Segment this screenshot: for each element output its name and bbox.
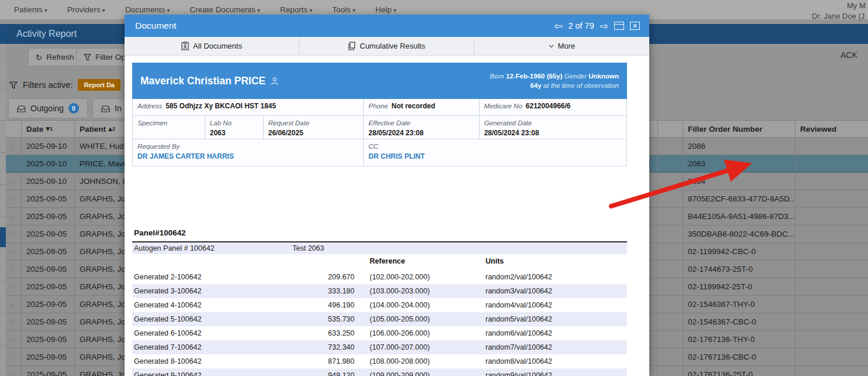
cell-reviewed xyxy=(795,366,868,376)
acknowledge-button[interactable]: ACK xyxy=(841,50,857,60)
results-header-row: Reference Units xyxy=(132,257,627,269)
menu-documents[interactable]: Documents▾ xyxy=(125,5,170,14)
cell-date: 2025-09-10 xyxy=(22,155,75,172)
cc-doctor-link[interactable]: DR CHRIS PLINT xyxy=(368,152,622,160)
document-content: Maverick Christian PRICE Born 12-Feb-196… xyxy=(125,56,641,376)
cell-reviewed xyxy=(795,243,868,260)
result-value: 333.180 xyxy=(296,287,354,295)
cell-spacer xyxy=(658,348,683,365)
phone-cell: PhoneNot recorded xyxy=(364,99,480,115)
cell-spacer xyxy=(658,261,683,278)
menu-reports[interactable]: Reports▾ xyxy=(280,5,312,14)
row-checkbox[interactable]: ✓ xyxy=(6,225,22,242)
cell-filler-order: 350DBAB6-8022-4C69-BDC... xyxy=(683,225,795,242)
next-document-button[interactable]: ⇨ xyxy=(600,20,608,32)
funnel-icon xyxy=(84,54,91,61)
chevron-down-icon: ▾ xyxy=(102,7,105,13)
result-test-name: Generated 2-100642 xyxy=(134,273,201,281)
cell-filler-order: 2063 xyxy=(683,155,795,172)
tab-all-documents[interactable]: All Documents xyxy=(125,37,299,55)
user-menu-label[interactable]: My M xyxy=(847,1,866,10)
page-title: Activity Report xyxy=(16,29,77,39)
person-icon[interactable] xyxy=(270,77,279,86)
menu-tools[interactable]: Tools▾ xyxy=(332,5,356,14)
row-checkbox[interactable]: ✓ xyxy=(6,278,22,295)
column-header-reviewed[interactable]: Reviewed xyxy=(795,121,868,137)
cell-filler-order: 02-1199942-CBC-0 xyxy=(683,243,795,260)
result-test-name: Generated 5-100642 xyxy=(134,315,201,323)
specimen-cell: Specimen xyxy=(133,116,205,139)
tray-icon xyxy=(17,105,26,112)
patient-demographics: Born 12-Feb-1960 (65y) Gender Unknown 64… xyxy=(478,71,619,90)
dialog-titlebar[interactable]: Document ⇦ 2 of 79 ⇨ ✕ xyxy=(125,15,649,37)
row-checkbox[interactable]: ✓ xyxy=(6,313,22,330)
row-checkbox[interactable]: ✓ xyxy=(6,331,22,348)
select-all-column[interactable] xyxy=(6,121,22,137)
cell-spacer xyxy=(658,208,683,225)
row-checkbox[interactable]: ✓ xyxy=(6,366,22,376)
chevron-down-icon: ▾ xyxy=(44,7,47,13)
result-reference-range: (108.000-208.000) xyxy=(370,357,430,365)
close-icon[interactable]: ✕ xyxy=(630,22,640,30)
active-filter-badge[interactable]: Report Da xyxy=(78,79,120,91)
menu-providers[interactable]: Providers▾ xyxy=(67,5,105,14)
result-reference-range: (106.000-206.000) xyxy=(370,329,430,337)
previous-document-button[interactable]: ⇦ xyxy=(554,20,562,32)
tab-cumulative-results[interactable]: Cumulative Results xyxy=(299,37,474,55)
result-test-name: Generated 3-100642 xyxy=(134,287,201,295)
cell-date: 2025-09-05 xyxy=(22,366,75,376)
popout-window-icon[interactable] xyxy=(614,22,624,30)
result-value: 949.120 xyxy=(296,371,354,376)
row-checkbox[interactable]: ✓ xyxy=(6,155,22,172)
row-checkbox[interactable]: ✓ xyxy=(6,243,22,260)
row-checkbox[interactable]: ✓ xyxy=(6,261,22,278)
menu-patients[interactable]: Patients▾ xyxy=(14,5,47,14)
result-value: 496.190 xyxy=(296,301,354,309)
result-test-name: Generated 9-100642 xyxy=(134,371,201,376)
tab-more[interactable]: More xyxy=(474,37,649,55)
tab-outgoing[interactable]: Outgoing 0 xyxy=(8,98,88,118)
cell-date: 2025-09-05 xyxy=(22,278,75,295)
result-units: random5/val/100642 xyxy=(485,315,552,323)
rail-accent-top xyxy=(0,24,6,44)
result-value: 535.730 xyxy=(296,315,354,323)
rail-selection-marker xyxy=(0,227,6,247)
cell-date: 2025-09-05 xyxy=(22,208,75,225)
cell-spacer xyxy=(658,331,683,348)
cell-date: 2025-09-05 xyxy=(22,190,75,207)
requested-by-cell: Requested ByDR JAMES CARTER HARRIS xyxy=(133,139,364,166)
menu-create-documents[interactable]: Create Documents▾ xyxy=(190,5,260,14)
column-header-date[interactable]: Date ▼1 xyxy=(22,121,75,137)
result-test-name: Generated 7-100642 xyxy=(134,343,201,351)
result-reference-range: (102.000-202.000) xyxy=(370,273,430,281)
cell-reviewed xyxy=(795,296,868,313)
refresh-button[interactable]: ↻ Refresh xyxy=(28,48,82,66)
cell-reviewed xyxy=(795,261,868,278)
result-row: Generated 9-100642949.120(109.000-209.00… xyxy=(132,368,627,376)
result-units: random2/val/100642 xyxy=(485,273,552,281)
panel-heading: Panel#100642 xyxy=(134,228,186,237)
row-checkbox[interactable]: ✓ xyxy=(6,173,22,190)
tray-icon xyxy=(101,105,110,112)
result-units: random6/val/100642 xyxy=(485,329,552,337)
result-test-name: Generated 6-100642 xyxy=(134,329,201,337)
cell-reviewed xyxy=(795,138,868,155)
result-reference-range: (109.000-209.000) xyxy=(370,371,430,376)
row-checkbox[interactable]: ✓ xyxy=(6,296,22,313)
menu-help[interactable]: Help▾ xyxy=(376,5,397,14)
row-checkbox[interactable]: ✓ xyxy=(6,190,22,207)
result-units: random8/val/100642 xyxy=(485,357,552,365)
column-header-filler-order[interactable]: Filler Order Number xyxy=(683,121,795,137)
logged-in-user: Dr. Jane Doe (J xyxy=(812,12,864,20)
row-checkbox[interactable]: ✓ xyxy=(6,348,22,365)
row-checkbox[interactable]: ✓ xyxy=(6,138,22,155)
document-info-grid: Address585 Odhjzz Xy BKCAOI HST 1845 Pho… xyxy=(132,99,627,166)
result-units: random4/val/100642 xyxy=(485,301,552,309)
requesting-doctor-link[interactable]: DR JAMES CARTER HARRIS xyxy=(137,152,359,160)
address-cell: Address585 Odhjzz Xy BKCAOI HST 1845 xyxy=(133,99,364,115)
row-checkbox[interactable]: ✓ xyxy=(6,208,22,225)
cell-spacer xyxy=(658,296,683,313)
result-value: 633.250 xyxy=(296,329,354,337)
cell-spacer xyxy=(658,173,683,190)
result-test-name: Generated 4-100642 xyxy=(134,301,201,309)
